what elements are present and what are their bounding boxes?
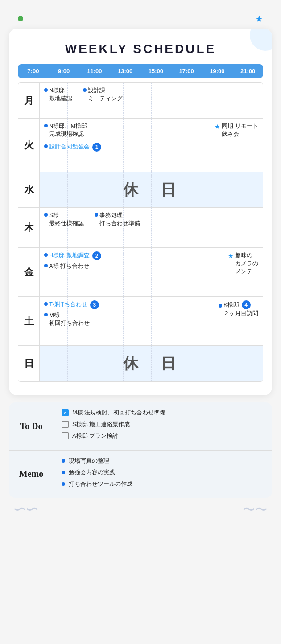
bullet-icon (44, 253, 48, 257)
day-label-thu: 木 (18, 208, 40, 247)
schedule-row-tue: 火 N様邸、M様邸 完成現場確認 (18, 119, 263, 172)
top-decorations: ★ (9, 13, 272, 24)
list-item: A様 打ち合わせ (44, 262, 101, 270)
time-slot-3: 11:00 (79, 68, 110, 74)
wavy-left-icon: 〜〜 (13, 501, 38, 518)
star-icon: ★ (215, 123, 220, 131)
day-label-tue: 火 (18, 119, 40, 172)
bullet-icon (62, 471, 65, 474)
todo-label: To Do (9, 402, 54, 450)
list-item: S様邸 施工連絡票作成 (62, 420, 265, 428)
time-slot-1: 7:00 (18, 68, 49, 74)
schedule-row-fri: 金 H様邸 敷地調査 2 (18, 248, 263, 297)
list-item: 設計合同勉強会 1 (44, 143, 258, 152)
bullet-icon (44, 88, 48, 92)
bullet-icon (62, 459, 65, 463)
day-label-fri: 金 (18, 248, 40, 296)
list-item: 勉強会内容の実践 (62, 468, 265, 476)
star-icon: ★ (228, 252, 234, 261)
green-dot (18, 16, 23, 21)
checkbox-empty-icon[interactable] (62, 432, 69, 439)
list-item: M様 法規検討、初回打ち合わせ準備 (62, 409, 265, 417)
time-slot-5: 15:00 (140, 68, 171, 74)
bottom-decorations: 〜〜 〜〜 (9, 498, 272, 518)
time-slot-7: 19:00 (202, 68, 233, 74)
bullet-icon (44, 264, 48, 267)
list-item: 打ち合わせツールの作成 (62, 480, 265, 488)
main-card: WEEKLY SCHEDULE 7:00 9:00 11:00 13:00 15… (9, 29, 272, 395)
memo-content: 現場写真の整理 勉強会内容の実践 打ち合わせツールの作成 (54, 451, 272, 498)
day-label-wed: 水 (18, 172, 40, 207)
list-item: 事務処理 打ち合わせ準備 (95, 211, 140, 227)
todo-section: To Do M様 法規検討、初回打ち合わせ準備 S様邸 施工連絡票作成 A様邸 … (9, 402, 272, 451)
checkbox-empty-icon[interactable] (62, 421, 69, 428)
bullet-icon (44, 144, 48, 148)
day-content-tue: N様邸、M様邸 完成現場確認 ★ 同期 リモート 飲み会 (40, 119, 263, 172)
tue-events: N様邸、M様邸 完成現場確認 ★ 同期 リモート 飲み会 (44, 122, 258, 152)
day-content-wed: 休 日 (40, 172, 263, 207)
list-item: S様 最終仕様確認 (44, 211, 84, 227)
holiday-text-sun: 休 日 (123, 353, 179, 374)
bullet-icon (95, 213, 98, 217)
todo-content: M様 法規検討、初回打ち合わせ準備 S様邸 施工連絡票作成 A様邸 プラン検討 (54, 402, 272, 450)
schedule-row-sun: 日 休 日 (18, 346, 263, 381)
bullet-icon (219, 304, 222, 308)
blue-star: ★ (255, 13, 263, 24)
memo-label: Memo (9, 451, 54, 498)
list-item: T様打ち合わせ 3 (44, 300, 99, 309)
bullet-icon (44, 124, 48, 127)
bullet-icon (44, 213, 48, 217)
time-slot-6: 17:00 (171, 68, 202, 74)
schedule-row-sat: 土 T様打ち合わせ 3 (18, 297, 263, 346)
wavy-right-icon: 〜〜 (243, 501, 268, 518)
fri-events: H様邸 敷地調査 2 A様 打ち合わせ ★ (44, 251, 258, 278)
list-item: A様邸 プラン検討 (62, 432, 265, 440)
holiday-text-wed: 休 日 (123, 180, 179, 200)
time-slots: 7:00 9:00 11:00 13:00 15:00 17:00 19:00 … (18, 68, 263, 74)
day-content-thu: S様 最終仕様確認 事務処理 打ち合わせ準備 (40, 208, 263, 247)
list-item: H様邸 敷地調査 2 (44, 251, 101, 260)
list-item: N様邸、M様邸 完成現場確認 (44, 122, 87, 138)
thu-events: S様 最終仕様確認 事務処理 打ち合わせ準備 (44, 211, 258, 229)
badge-1: 1 (92, 143, 101, 152)
day-label-mon: 月 (18, 83, 40, 118)
bullet-icon (83, 88, 87, 92)
day-content-fri: H様邸 敷地調査 2 A様 打ち合わせ ★ (40, 248, 263, 296)
page-title: WEEKLY SCHEDULE (18, 42, 263, 56)
schedule-row-wed: 水 休 日 (18, 172, 263, 208)
list-item: N様邸 敷地確認 (44, 86, 72, 103)
list-item: ★ 趣味の カメラの メンテ (228, 251, 258, 276)
bullet-icon (44, 313, 48, 316)
schedule-row-thu: 木 S様 最終仕様確認 (18, 208, 263, 248)
schedule-grid: 月 N様邸 (18, 82, 263, 382)
list-item: 現場写真の整理 (62, 457, 265, 465)
sat-events: T様打ち合わせ 3 M様 初回打ち合わせ (44, 300, 258, 329)
list-item: K様邸 4 ２ヶ月目訪問 (219, 300, 258, 317)
badge-3: 3 (90, 300, 99, 309)
mon-events: N様邸 敷地確認 設計課 ミーティング (44, 86, 258, 104)
list-item: 設計課 ミーティング (83, 86, 123, 103)
bottom-section: To Do M様 法規検討、初回打ち合わせ準備 S様邸 施工連絡票作成 A様邸 … (9, 402, 272, 498)
day-content-sat: T様打ち合わせ 3 M様 初回打ち合わせ (40, 297, 263, 345)
time-slot-8: 21:00 (232, 68, 263, 74)
checkbox-checked-icon[interactable] (62, 409, 69, 416)
time-header: 7:00 9:00 11:00 13:00 15:00 17:00 19:00 … (18, 64, 263, 78)
time-slot-2: 9:00 (49, 68, 79, 74)
day-content-sun: 休 日 (40, 346, 263, 381)
time-slot-4: 13:00 (110, 68, 140, 74)
list-item: ★ 同期 リモート 飲み会 (215, 122, 258, 138)
day-label-sat: 土 (18, 297, 40, 345)
list-item: M様 初回打ち合わせ (44, 311, 99, 327)
badge-2: 2 (92, 251, 101, 260)
bullet-icon (44, 302, 48, 306)
bullet-icon (62, 482, 65, 486)
memo-section: Memo 現場写真の整理 勉強会内容の実践 打ち合わせツールの作成 (9, 451, 272, 498)
badge-4: 4 (242, 300, 251, 309)
day-label-sun: 日 (18, 346, 40, 381)
day-content-mon: N様邸 敷地確認 設計課 ミーティング (40, 83, 263, 118)
corner-decoration (248, 29, 272, 53)
schedule-row-mon: 月 N様邸 (18, 83, 263, 119)
